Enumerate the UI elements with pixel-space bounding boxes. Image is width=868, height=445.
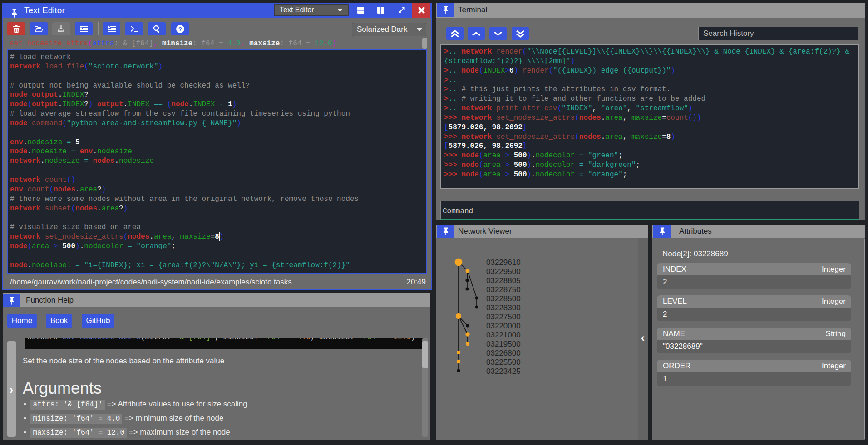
- svg-text:03225500: 03225500: [486, 358, 521, 367]
- svg-text:03221000: 03221000: [486, 331, 521, 339]
- svg-text:03227500: 03227500: [486, 313, 521, 321]
- svg-text:?: ?: [178, 26, 182, 33]
- svg-text:03229610: 03229610: [486, 258, 521, 267]
- svg-text:03223425: 03223425: [486, 367, 521, 376]
- svg-text:03229500: 03229500: [486, 267, 521, 276]
- svg-text:03228500: 03228500: [486, 294, 521, 303]
- svg-text:03228805: 03228805: [486, 276, 521, 285]
- svg-text:03219500: 03219500: [486, 340, 521, 348]
- svg-text:03220000: 03220000: [486, 322, 521, 330]
- svg-text:03226800: 03226800: [486, 349, 521, 357]
- svg-text:03228300: 03228300: [486, 303, 521, 312]
- svg-text:03228750: 03228750: [486, 285, 521, 294]
